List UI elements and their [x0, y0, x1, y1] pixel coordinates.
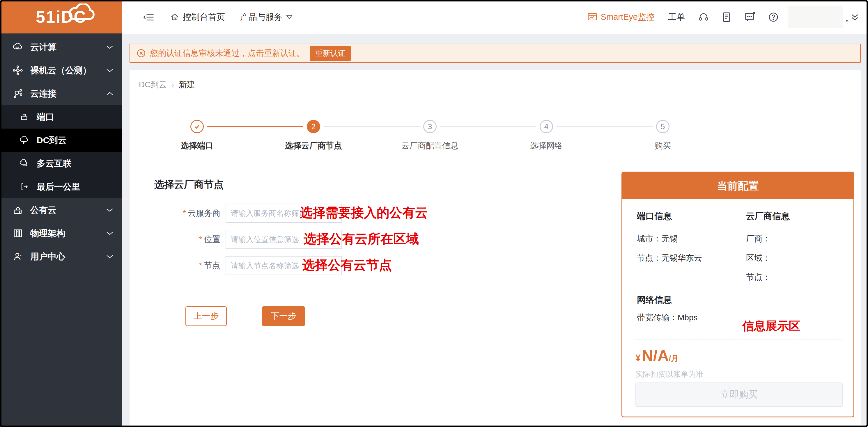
- bandwidth-line: 带宽传输：Mbps: [637, 312, 698, 323]
- breadcrumb: DC到云 › 新建: [139, 79, 195, 90]
- price-display: ¥N/A/月: [636, 347, 679, 364]
- document-icon: [722, 12, 731, 23]
- vendor-info-block: 云厂商信息 厂商： 区域： 节点：: [746, 210, 790, 283]
- cloud-connect-submenu: 端口 DC到云 多云互联 最后一公里: [0, 105, 122, 198]
- step-5-circle: 5: [656, 120, 670, 133]
- sidebar-item-last-mile[interactable]: 最后一公里: [0, 175, 122, 198]
- dropdown-triangle-icon: [286, 14, 293, 20]
- annotation-node: 选择公有云节点: [302, 257, 392, 274]
- price-note: 实际扣费以账单为准: [636, 369, 704, 379]
- smarteye-monitor-link[interactable]: SmartEye监控: [587, 11, 655, 23]
- sidebar: 51iDC 云计算 裸机云（公测） 云连接: [0, 0, 122, 427]
- alert-message: 您的认证信息审核未通过，点击重新认证。: [150, 48, 305, 59]
- sidebar-item-dc-to-cloud[interactable]: DC到云: [0, 129, 122, 152]
- node-label: 节点: [204, 261, 220, 270]
- sidebar-item-multi-cloud[interactable]: 多云互联: [0, 152, 122, 175]
- chevron-down-icon: [106, 68, 114, 73]
- brand-logo[interactable]: 51iDC: [0, 0, 122, 33]
- double-chevron-down-icon: [850, 12, 860, 22]
- cloud-provider-label: 云服务商: [188, 208, 220, 218]
- sidebar-item-user-center[interactable]: 用户中心: [0, 245, 122, 268]
- headset-icon: [698, 12, 709, 23]
- re-verify-button[interactable]: 重新认证: [310, 46, 351, 61]
- annotation-info-display-area: 信息展示区: [742, 318, 801, 334]
- document-list-button[interactable]: [722, 12, 731, 23]
- location-label: 位置: [204, 235, 220, 244]
- physical-architecture-icon: [12, 228, 23, 238]
- buy-now-button[interactable]: 立即购买: [636, 383, 843, 407]
- region-line: 区域：: [746, 253, 790, 264]
- check-icon: [193, 123, 200, 130]
- cloud-computing-icon: [12, 42, 23, 52]
- ticket-link[interactable]: 工单: [668, 11, 685, 23]
- error-circle-icon: [136, 48, 146, 58]
- sidebar-item-bare-metal-cloud[interactable]: 裸机云（公测）: [0, 59, 122, 82]
- current-config-panel: 当前配置 端口信息 城市：无锡 节点：无锡华东云 云厂商信息 厂商： 区域： 节…: [621, 172, 854, 417]
- previous-step-button[interactable]: 上一步: [185, 306, 227, 326]
- annotation-cloud-provider: 选择需要接入的公有云: [300, 204, 428, 221]
- price-amount: N/A: [642, 347, 669, 364]
- step-3-circle: 3: [423, 120, 437, 133]
- port-info-block: 端口信息 城市：无锡 节点：无锡华东云: [637, 210, 702, 264]
- node-line: 节点：: [746, 272, 790, 283]
- question-circle-icon: [768, 12, 779, 23]
- breadcrumb-separator: ›: [172, 80, 174, 89]
- vendor-info-title: 云厂商信息: [746, 210, 790, 222]
- user-account-redacted[interactable]: [788, 6, 843, 28]
- main-content: 您的认证信息审核未通过，点击重新认证。 重新认证 DC到云 › 新建 选择端口 …: [122, 34, 868, 427]
- monitor-icon: [587, 12, 597, 22]
- step-3: 3 云厂商配置信息: [377, 120, 482, 151]
- user-name-dot: [846, 20, 848, 22]
- port-icon: [19, 112, 29, 122]
- support-headset-button[interactable]: [698, 12, 709, 23]
- annotation-location: 选择公有云所在区域: [304, 230, 419, 248]
- brand-logo-text: 51iDC: [36, 7, 87, 27]
- step-1: 选择端口: [145, 120, 249, 151]
- cloud-connect-icon: [12, 89, 23, 99]
- next-step-button[interactable]: 下一步: [262, 306, 305, 326]
- required-marker: *: [199, 261, 202, 270]
- messages-button[interactable]: [744, 12, 755, 22]
- network-info-title: 网络信息: [637, 294, 672, 306]
- step-2-circle: 2: [307, 120, 320, 133]
- sidebar-item-physical-architecture[interactable]: 物理架构: [0, 222, 122, 245]
- required-marker: *: [199, 235, 202, 244]
- help-button[interactable]: [768, 12, 779, 23]
- price-divider: [636, 339, 843, 339]
- chevron-down-icon: [106, 254, 114, 259]
- sidebar-item-public-cloud[interactable]: 公有云: [0, 198, 122, 222]
- breadcrumb-current: 新建: [179, 79, 195, 90]
- port-info-title: 端口信息: [637, 210, 702, 222]
- bare-metal-icon: [12, 65, 23, 76]
- breadcrumb-parent[interactable]: DC到云: [139, 79, 167, 90]
- home-icon: [170, 12, 179, 22]
- required-marker: *: [183, 208, 186, 218]
- port-city-line: 城市：无锡: [637, 233, 702, 244]
- step-5: 5 购买: [610, 120, 715, 151]
- chevron-down-icon: [106, 45, 114, 50]
- step-2: 2 选择云厂商节点: [261, 120, 366, 151]
- port-node-line: 节点：无锡华东云: [637, 253, 702, 264]
- chevron-down-icon: [106, 231, 114, 236]
- console-home-link[interactable]: 控制台首页: [170, 11, 225, 23]
- sidebar-item-cloud-connect[interactable]: 云连接: [0, 82, 122, 105]
- step-4: 4 选择网络: [494, 120, 599, 151]
- sidebar-item-cloud-computing[interactable]: 云计算: [0, 35, 122, 59]
- price-unit: /月: [669, 353, 679, 364]
- user-center-icon: [12, 251, 23, 262]
- chevron-down-icon: [106, 208, 114, 212]
- sidebar-item-port[interactable]: 端口: [0, 105, 122, 129]
- vendor-line: 厂商：: [746, 233, 790, 244]
- multi-cloud-icon: [19, 159, 29, 168]
- verification-alert-banner: 您的认证信息审核未通过，点击重新认证。 重新认证: [129, 44, 861, 63]
- content-panel: DC到云 › 新建 选择端口 2 选择云厂商节点 3 云厂商配置信息 4 选择网…: [129, 70, 861, 427]
- top-header: 控制台首页 产品与服务 SmartEye监控 工单: [122, 0, 868, 34]
- sidebar-collapse-button[interactable]: [143, 12, 155, 22]
- config-panel-title: 当前配置: [622, 172, 854, 199]
- currency-symbol: ¥: [636, 353, 641, 363]
- last-mile-icon: [19, 182, 29, 191]
- products-services-menu[interactable]: 产品与服务: [240, 11, 293, 23]
- chat-bubble-icon: [744, 12, 755, 22]
- account-menu-button[interactable]: [850, 12, 860, 22]
- public-cloud-icon: [12, 205, 23, 215]
